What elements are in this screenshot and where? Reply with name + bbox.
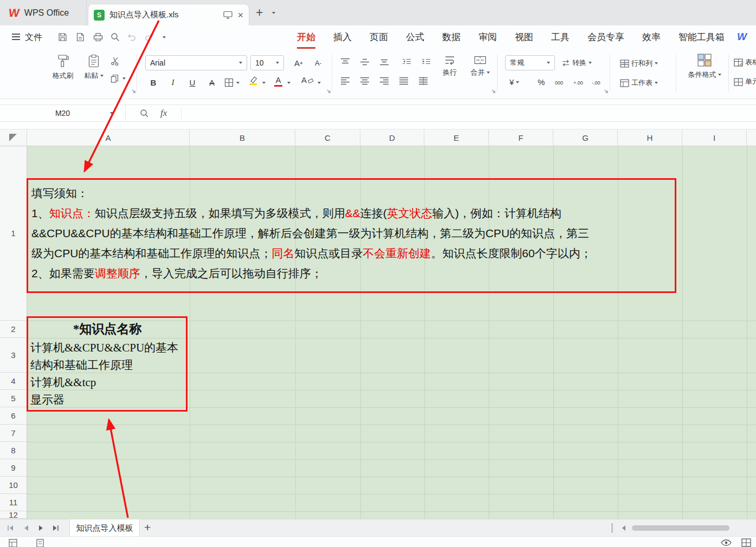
bold-button[interactable]: B [146, 75, 160, 90]
name-box[interactable]: M20 [0, 105, 126, 121]
dialog-launcher-icon[interactable] [491, 89, 496, 94]
align-center-icon[interactable] [360, 77, 370, 85]
row-header-8[interactable]: 8 [0, 442, 27, 459]
align-bottom-icon[interactable] [379, 58, 389, 66]
tab-data[interactable]: 数据 [442, 25, 461, 49]
conditional-format-button[interactable]: 条件格式 [681, 53, 728, 80]
app-brand[interactable]: W WPS Office [0, 0, 87, 25]
first-sheet-icon[interactable] [7, 524, 14, 532]
borders-chevron-icon[interactable] [236, 82, 240, 84]
decrease-indent-icon[interactable] [402, 58, 411, 66]
hamburger-icon[interactable] [12, 36, 20, 37]
row-header-2[interactable]: 2 [0, 321, 27, 338]
justify-icon[interactable] [399, 77, 409, 85]
row-header-10[interactable]: 10 [0, 477, 27, 494]
increase-font-button[interactable]: A+ [290, 56, 307, 69]
merge-cells-button[interactable]: 合并 [466, 55, 494, 77]
tab-smart-toolbox[interactable]: 智能工具箱 [679, 25, 725, 49]
document-tab[interactable]: S 知识点导入模板.xls × [88, 4, 249, 25]
dialog-launcher-icon[interactable] [604, 89, 609, 94]
font-color-chevron-icon[interactable] [287, 82, 290, 84]
table-style-button[interactable]: 表格样式 [734, 57, 756, 67]
paste-button[interactable]: 粘贴 [81, 54, 106, 81]
format-painter-button[interactable]: 格式刷 [48, 54, 78, 81]
scroll-left-icon[interactable] [621, 525, 626, 531]
zoom-search-icon[interactable] [140, 109, 149, 118]
row-header-9[interactable]: 9 [0, 459, 27, 477]
grid-view-icon[interactable] [741, 538, 751, 547]
sheet-tab-active[interactable]: 知识点导入模板 [69, 519, 140, 537]
tab-list-chevron-icon[interactable] [272, 12, 275, 14]
redo-icon[interactable] [144, 32, 154, 42]
status-record-icon[interactable] [36, 539, 44, 547]
font-name-select[interactable]: Arial [145, 55, 247, 70]
column-header-a[interactable]: A [27, 129, 190, 146]
tab-insert[interactable]: 插入 [333, 25, 352, 49]
save-icon[interactable] [58, 32, 67, 42]
knowledge-header-cell[interactable]: *知识点名称 [30, 320, 184, 339]
row-header-4[interactable]: 4 [0, 373, 27, 390]
copy-icon[interactable] [111, 74, 119, 83]
column-header-e[interactable]: E [424, 129, 489, 146]
dialog-launcher-icon[interactable] [131, 89, 137, 94]
highlight-color-icon[interactable] [248, 76, 259, 86]
column-header-i[interactable]: I [682, 129, 747, 146]
monitor-icon[interactable] [223, 11, 232, 19]
formula-input[interactable] [182, 105, 756, 121]
italic-button[interactable]: I [166, 75, 180, 90]
undo-icon[interactable] [126, 32, 137, 42]
new-tab-button[interactable]: + [256, 5, 263, 20]
column-header-d[interactable]: D [360, 129, 424, 146]
column-header-b[interactable]: B [190, 129, 295, 146]
select-all-corner[interactable] [0, 129, 27, 146]
print-icon[interactable] [93, 32, 103, 42]
row-header-1[interactable]: 1 [0, 146, 27, 321]
tab-page[interactable]: 页面 [370, 25, 388, 49]
next-sheet-icon[interactable] [38, 524, 44, 532]
knowledge-cell-row4[interactable]: 计算机&&tcp [30, 374, 184, 391]
tab-home[interactable]: 开始 [297, 25, 315, 49]
wrap-text-button[interactable]: 换行 [437, 55, 463, 77]
wps-office-blue-logo-icon[interactable]: W [737, 31, 747, 43]
rows-columns-button[interactable]: 行和列 [620, 58, 658, 68]
row-header-11[interactable]: 11 [0, 494, 27, 511]
prev-sheet-icon[interactable] [23, 524, 29, 532]
insert-function-icon[interactable]: fx [160, 108, 167, 119]
tab-formula[interactable]: 公式 [406, 25, 424, 49]
last-sheet-icon[interactable] [52, 524, 60, 532]
status-mode-icon[interactable] [9, 539, 17, 547]
scrollbar-splitter-handle[interactable] [611, 523, 613, 533]
column-header-c[interactable]: C [295, 129, 360, 146]
clear-format-button[interactable]: A [301, 75, 314, 84]
add-sheet-button[interactable]: + [144, 521, 151, 534]
cells-button[interactable]: 单元格 [734, 77, 756, 87]
column-header-h[interactable]: H [618, 129, 682, 146]
align-left-icon[interactable] [340, 77, 350, 85]
strikethrough-button[interactable]: A [205, 75, 219, 90]
thousands-separator-button[interactable]: 000 [555, 80, 563, 86]
tab-efficiency[interactable]: 效率 [642, 25, 661, 49]
row-header-12[interactable]: 12 [0, 511, 27, 519]
cut-icon[interactable] [111, 57, 120, 66]
tab-membership[interactable]: 会员专享 [587, 25, 624, 49]
tab-view[interactable]: 视图 [515, 25, 533, 49]
tab-tools[interactable]: 工具 [551, 25, 570, 49]
decrease-decimal-button[interactable]: -.00 [592, 80, 600, 86]
clear-format-chevron-icon[interactable] [318, 82, 321, 84]
row-header-6[interactable]: 6 [0, 407, 27, 425]
horizontal-scrollbar-thumb[interactable] [632, 525, 729, 531]
worksheet-button[interactable]: 工作表 [620, 78, 658, 88]
dialog-launcher-icon[interactable] [326, 89, 332, 94]
row-header-3[interactable]: 3 [0, 338, 27, 373]
file-menu[interactable]: 文件 [25, 32, 42, 43]
percent-format-button[interactable]: % [538, 77, 545, 87]
decrease-font-button[interactable]: A- [310, 56, 326, 69]
close-tab-icon[interactable]: × [237, 10, 243, 20]
underline-button[interactable]: U [185, 75, 199, 90]
currency-format-button[interactable]: ¥ [509, 77, 519, 87]
borders-icon[interactable] [224, 78, 234, 87]
column-header-g[interactable]: G [553, 129, 618, 146]
quick-access-chevron-icon[interactable] [163, 36, 166, 38]
font-color-button[interactable]: A [274, 75, 282, 87]
column-header-f[interactable]: F [489, 129, 553, 146]
